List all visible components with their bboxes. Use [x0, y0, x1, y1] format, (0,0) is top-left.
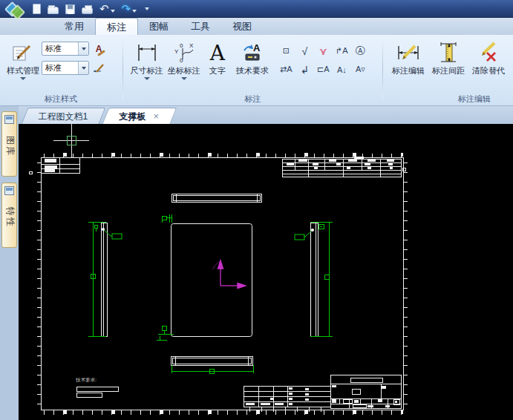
tolerance-frame-icon[interactable]: ⊡ — [277, 42, 295, 60]
clear-override-button[interactable]: 清除替代 — [468, 39, 509, 75]
grip-point[interactable] — [311, 229, 314, 232]
properties-icon — [4, 186, 14, 195]
chevron-down-icon — [20, 77, 26, 80]
tab-annotate[interactable]: 标注 — [95, 18, 138, 35]
combo-dropdown-button[interactable] — [78, 42, 88, 55]
technical-requirements-button[interactable]: A 技术要求 — [232, 39, 272, 75]
title-bar: ↶ ↷ — [0, 0, 513, 18]
dimension-style-select[interactable]: 标准 — [42, 42, 89, 56]
style-combos: 标准 A 标准 — [42, 39, 105, 75]
customize-qat-chevron-icon[interactable] — [145, 7, 149, 10]
swap-text-icon[interactable]: ⇄A — [277, 60, 295, 79]
group-label: 标注样式 — [0, 93, 122, 105]
document-tab-bar: 工程图文档1 支撑板× — [19, 106, 513, 124]
part-right-bar[interactable] — [295, 222, 333, 337]
save-icon[interactable] — [65, 4, 75, 14]
button-label: 样式管理 — [7, 66, 39, 75]
part-bottom-bar[interactable] — [171, 356, 254, 373]
edit-dimension-icon — [396, 40, 420, 65]
tab-view[interactable]: 视图 — [221, 18, 263, 35]
part-center-plate[interactable] — [171, 224, 252, 337]
svg-text:A: A — [253, 42, 261, 53]
selected-style: 标准 — [42, 43, 78, 54]
text-style-edit-icon[interactable]: A — [92, 42, 105, 56]
chevron-down-icon — [82, 67, 86, 70]
tab-sheet[interactable]: 图幅 — [138, 18, 180, 35]
quick-access-toolbar: ↶ ↷ — [33, 1, 149, 16]
group-separator — [382, 39, 383, 100]
tab-label: 图幅 — [149, 21, 169, 32]
dimension-spacing-icon — [437, 40, 460, 65]
dimension-annotate-button[interactable]: 尺寸标注 — [128, 39, 166, 80]
sidebar-tab-library[interactable]: 图库 — [1, 111, 17, 177]
top-right-table — [282, 157, 402, 177]
sidebar-tab-label: 图库 — [3, 136, 16, 157]
clear-override-icon — [477, 40, 500, 65]
grip-point[interactable] — [102, 228, 105, 231]
library-icon — [4, 115, 14, 124]
button-label: 尺寸标注 — [131, 66, 163, 75]
text-style-select[interactable]: 标准 — [42, 61, 89, 75]
dim-style-edit-icon[interactable] — [92, 62, 105, 75]
left-sidebar: 图库 特性 — [0, 106, 19, 420]
style-manager-button[interactable]: 样式管理 — [4, 39, 42, 80]
group-annotate: 尺寸标注 0 X Y 0 坐标标注 A — [124, 35, 382, 105]
new-file-icon[interactable] — [33, 4, 41, 14]
chevron-down-icon[interactable] — [111, 10, 115, 13]
sidebar-tab-label: 特性 — [3, 207, 16, 228]
chevron-down-icon — [82, 47, 86, 50]
drawing-canvas[interactable]: 技术要求: — [19, 124, 513, 420]
button-label: 标注间距 — [432, 66, 465, 75]
open-file-icon[interactable] — [48, 7, 59, 14]
doc-tab-drawing1[interactable]: 工程图文档1 — [22, 108, 106, 124]
group-label: 标注编辑 — [384, 93, 513, 105]
selected-style: 标准 — [42, 62, 78, 73]
group-label: 标注 — [124, 93, 382, 105]
coordinate-annotate-button[interactable]: 0 X Y 0 坐标标注 — [166, 39, 203, 80]
close-tab-icon[interactable]: × — [153, 108, 159, 125]
app-logo-icon[interactable] — [4, 1, 30, 22]
chevron-down-icon[interactable] — [132, 10, 137, 13]
print-icon[interactable] — [82, 7, 93, 14]
doc-tab-support-plate[interactable]: 支撑板× — [102, 108, 176, 124]
tab-label: 标注 — [107, 22, 126, 33]
leader-text-icon[interactable]: ↱A — [333, 42, 351, 60]
combo-dropdown-button[interactable] — [78, 62, 88, 74]
ribbon-tab-strip: 常用 标注 图幅 工具 视图 — [0, 18, 513, 35]
redo-icon: ↷ — [122, 2, 131, 15]
button-label: 文字 — [209, 66, 226, 75]
redo-button[interactable]: ↷ — [122, 2, 137, 16]
weld-symbol-icon[interactable]: ⋎ — [314, 42, 333, 60]
sidebar-tab-properties[interactable]: 特性 — [1, 183, 17, 248]
text-button[interactable]: A 文字 — [203, 39, 232, 75]
part-top-bar[interactable] — [172, 194, 262, 203]
tab-label: 常用 — [65, 21, 84, 32]
dimension-spacing-button[interactable]: 标注间距 — [428, 39, 468, 75]
undo-button[interactable]: ↶ — [99, 2, 115, 16]
button-label: 清除替代 — [472, 66, 505, 75]
technical-note: 技术要求: — [75, 377, 118, 397]
chevron-down-icon — [144, 77, 150, 80]
text-down-icon[interactable]: A↓ — [333, 60, 351, 79]
undo-icon: ↶ — [99, 2, 109, 15]
edit-dimension-button[interactable]: 标注编辑 — [388, 39, 428, 75]
ucs-axis-arrows — [213, 260, 246, 289]
tab-common[interactable]: 常用 — [53, 18, 95, 35]
arrow-leader-icon[interactable]: ↲ — [295, 60, 314, 79]
button-label: 坐标标注 — [168, 66, 200, 75]
doc-tab-label: 工程图文档1 — [39, 108, 88, 125]
crosshair-cursor — [53, 124, 89, 157]
tab-tools[interactable]: 工具 — [180, 18, 221, 35]
sheet-frame — [29, 155, 406, 413]
svg-text:X: X — [189, 42, 194, 49]
button-label: 技术要求 — [236, 66, 269, 75]
text-triangle-icon[interactable]: A▿ — [351, 60, 370, 79]
annotation-small-tools: ⊡ √ ⋎ ↱A Ⓐ ⇄A ↲ ⊏A A↓ A▿ — [277, 42, 370, 79]
frame-text-icon[interactable]: ⊏A — [314, 60, 333, 79]
roughness-icon[interactable]: √ — [295, 42, 314, 60]
part-left-bar[interactable] — [88, 222, 122, 337]
cad-drawing[interactable]: 技术要求: — [19, 124, 513, 420]
title-block — [244, 375, 402, 413]
datum-symbol-icon[interactable]: Ⓐ — [351, 42, 370, 60]
text-icon: A — [210, 40, 225, 65]
